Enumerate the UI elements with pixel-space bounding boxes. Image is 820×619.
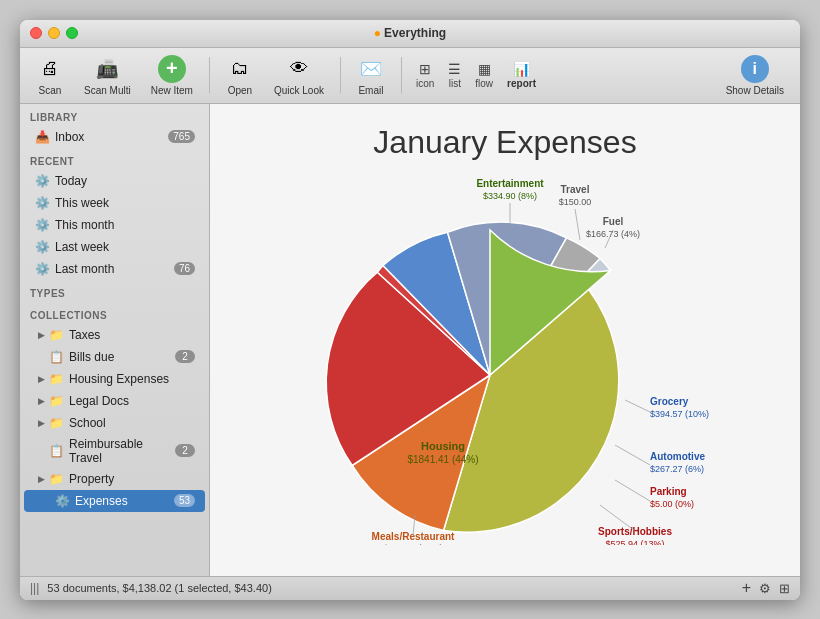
toolbar: 🖨 Scan 📠 Scan Multi + New Item 🗂 Open 👁 …	[20, 48, 800, 104]
svg-line-21	[625, 400, 650, 412]
statusbar-add-icon[interactable]: +	[742, 579, 751, 597]
svg-line-19	[575, 209, 580, 240]
this-week-icon: ⚙️	[34, 195, 50, 211]
legal-icon: 📁	[48, 393, 64, 409]
statusbar-settings-icon[interactable]: ⚙	[759, 581, 771, 596]
expand-icon: ▶	[38, 330, 45, 340]
sidebar-item-taxes[interactable]: ▶ 📁 Taxes	[24, 324, 205, 346]
statusbar-grid-icon[interactable]: ⊞	[779, 581, 790, 596]
bills-badge: 2	[175, 350, 195, 363]
show-details-button[interactable]: i Show Details	[718, 51, 792, 100]
pie-svg: Housing $1841.41 (44%) Meals/Restaurant …	[295, 165, 715, 545]
taxes-icon: 📁	[48, 327, 64, 343]
sidebar-item-expenses[interactable]: ⚙️ Expenses 53	[24, 490, 205, 512]
this-month-icon: ⚙️	[34, 217, 50, 233]
sidebar-item-today[interactable]: ⚙️ Today	[24, 170, 205, 192]
quicklook-icon: 👁	[285, 55, 313, 83]
content-area: January Expenses	[210, 104, 800, 576]
school-icon: 📁	[48, 415, 64, 431]
traffic-lights	[30, 27, 78, 39]
info-icon: i	[741, 55, 769, 83]
scan-multi-button[interactable]: 📠 Scan Multi	[76, 51, 139, 100]
open-button[interactable]: 🗂 Open	[218, 51, 262, 100]
report-view-icon: 📊	[513, 61, 530, 77]
inbox-badge: 765	[168, 130, 195, 143]
svg-line-22	[615, 445, 650, 465]
today-icon: ⚙️	[34, 173, 50, 189]
sidebar-item-property[interactable]: ▶ 📁 Property	[24, 468, 205, 490]
email-button[interactable]: ✉️ Email	[349, 51, 393, 100]
last-week-icon: ⚙️	[34, 239, 50, 255]
sidebar: LIBRARY 📥 Inbox 765 RECENT ⚙️ Today ⚙️ T…	[20, 104, 210, 576]
sidebar-item-last-month[interactable]: ⚙️ Last month 76	[24, 258, 205, 280]
expand-icon: ▶	[38, 418, 45, 428]
statusbar-icon: |||	[30, 581, 39, 595]
toolbar-separator-2	[340, 57, 341, 93]
statusbar-text: 53 documents, $4,138.02 (1 selected, $43…	[47, 582, 271, 594]
recent-section-header: RECENT	[20, 148, 209, 170]
list-view-icon: ☰	[448, 61, 461, 77]
svg-text:Sports/Hobbies: Sports/Hobbies	[598, 526, 672, 537]
statusbar-left: |||	[30, 581, 39, 595]
bills-icon: 📋	[48, 349, 64, 365]
property-icon: 📁	[48, 471, 64, 487]
sidebar-item-legal-docs[interactable]: ▶ 📁 Legal Docs	[24, 390, 205, 412]
reimbursable-badge: 2	[175, 444, 195, 457]
expenses-icon: ⚙️	[54, 493, 70, 509]
main-content: LIBRARY 📥 Inbox 765 RECENT ⚙️ Today ⚙️ T…	[20, 104, 800, 576]
sidebar-item-this-month[interactable]: ⚙️ This month	[24, 214, 205, 236]
toolbar-separator-3	[401, 57, 402, 93]
icon-view-icon: ⊞	[419, 61, 431, 77]
library-section-header: LIBRARY	[20, 104, 209, 126]
titlebar: ●Everything	[20, 20, 800, 48]
svg-text:Automotive: Automotive	[650, 451, 705, 462]
flow-view-icon: ▦	[478, 61, 491, 77]
sidebar-item-inbox[interactable]: 📥 Inbox 765	[24, 126, 205, 148]
svg-text:Entertainment: Entertainment	[476, 178, 544, 189]
sidebar-item-bills-due[interactable]: ▶ 📋 Bills due 2	[24, 346, 205, 368]
window-title: ●Everything	[374, 26, 446, 40]
chart-title: January Expenses	[210, 124, 800, 161]
svg-text:Travel: Travel	[561, 184, 590, 195]
close-button[interactable]	[30, 27, 42, 39]
svg-text:$525.94 (13%): $525.94 (13%)	[605, 539, 664, 545]
sidebar-item-school[interactable]: ▶ 📁 School	[24, 412, 205, 434]
pie-chart: Housing $1841.41 (44%) Meals/Restaurant …	[295, 165, 715, 545]
scan-icon: 🖨	[36, 55, 64, 83]
maximize-button[interactable]	[66, 27, 78, 39]
svg-text:$267.27 (6%): $267.27 (6%)	[650, 464, 704, 474]
types-section-header: TYPES	[20, 280, 209, 302]
email-icon: ✉️	[357, 55, 385, 83]
sidebar-item-last-week[interactable]: ⚙️ Last week	[24, 236, 205, 258]
scan-multi-icon: 📠	[93, 55, 121, 83]
quicklook-button[interactable]: 👁 Quick Look	[266, 51, 332, 100]
expand-icon: ▶	[38, 396, 45, 406]
sidebar-item-reimbursable[interactable]: ▶ 📋 Reimbursable Travel 2	[24, 434, 205, 468]
sidebar-item-housing-expenses[interactable]: ▶ 📁 Housing Expenses	[24, 368, 205, 390]
view-buttons: ⊞ icon ☰ list ▦ flow 📊 report	[410, 58, 542, 92]
svg-text:Grocery: Grocery	[650, 396, 689, 407]
svg-text:$1841.41 (44%): $1841.41 (44%)	[407, 454, 478, 465]
new-item-icon: +	[158, 55, 186, 83]
statusbar: ||| 53 documents, $4,138.02 (1 selected,…	[20, 576, 800, 600]
expenses-badge: 53	[174, 494, 195, 507]
view-list-button[interactable]: ☰ list	[442, 58, 467, 92]
collections-section-header: COLLECTIONS	[20, 302, 209, 324]
expand-icon: ▶	[38, 474, 45, 484]
view-flow-button[interactable]: ▦ flow	[469, 58, 499, 92]
minimize-button[interactable]	[48, 27, 60, 39]
new-item-button[interactable]: + New Item	[143, 51, 201, 100]
view-icon-button[interactable]: ⊞ icon	[410, 58, 440, 92]
main-window: ●Everything 🖨 Scan 📠 Scan Multi + New It…	[20, 20, 800, 600]
scan-button[interactable]: 🖨 Scan	[28, 51, 72, 100]
expand-icon: ▶	[38, 374, 45, 384]
open-icon: 🗂	[226, 55, 254, 83]
svg-text:$150.00: $150.00	[559, 197, 592, 207]
svg-text:$334.90 (8%): $334.90 (8%)	[483, 191, 537, 201]
view-report-button[interactable]: 📊 report	[501, 58, 542, 92]
svg-text:Fuel: Fuel	[603, 216, 624, 227]
inbox-icon: 📥	[34, 129, 50, 145]
svg-text:$394.57 (10%): $394.57 (10%)	[650, 409, 709, 419]
title-dot: ●	[374, 26, 381, 40]
sidebar-item-this-week[interactable]: ⚙️ This week	[24, 192, 205, 214]
